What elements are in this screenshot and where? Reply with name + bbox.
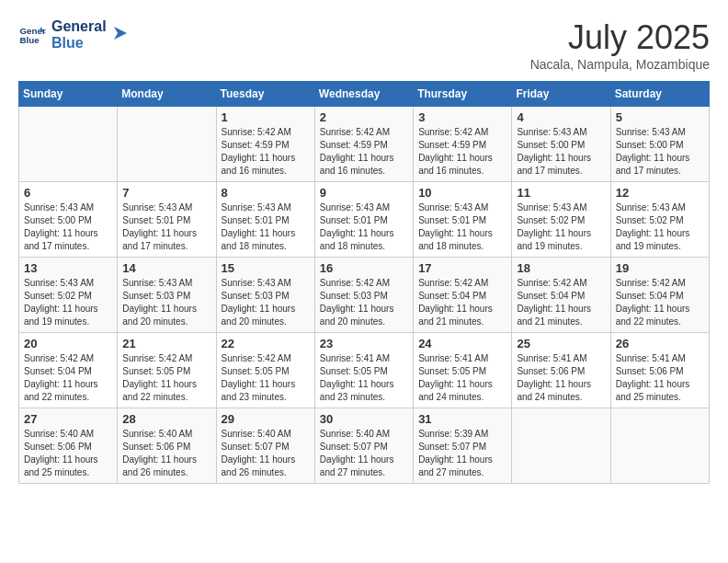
calendar-cell: 1Sunrise: 5:42 AM Sunset: 4:59 PM Daylig… — [216, 107, 314, 182]
day-number: 22 — [222, 337, 310, 350]
svg-marker-3 — [114, 27, 127, 40]
day-info: Sunrise: 5:42 AM Sunset: 5:05 PM Dayligh… — [122, 352, 210, 404]
calendar-cell: 3Sunrise: 5:42 AM Sunset: 4:59 PM Daylig… — [414, 107, 512, 182]
day-info: Sunrise: 5:43 AM Sunset: 5:01 PM Dayligh… — [320, 201, 408, 253]
day-info: Sunrise: 5:42 AM Sunset: 5:04 PM Dayligh… — [418, 277, 506, 328]
logo-general: General — [51, 18, 107, 35]
calendar-cell: 6Sunrise: 5:43 AM Sunset: 5:00 PM Daylig… — [19, 182, 118, 258]
day-number: 15 — [222, 261, 310, 275]
calendar-cell: 27Sunrise: 5:40 AM Sunset: 5:06 PM Dayli… — [19, 408, 118, 484]
calendar-cell: 30Sunrise: 5:40 AM Sunset: 5:07 PM Dayli… — [314, 408, 413, 484]
calendar-cell: 29Sunrise: 5:40 AM Sunset: 5:07 PM Dayli… — [216, 408, 314, 484]
calendar-table: SundayMondayTuesdayWednesdayThursdayFrid… — [18, 81, 710, 484]
day-info: Sunrise: 5:42 AM Sunset: 5:04 PM Dayligh… — [616, 277, 704, 328]
calendar-week-row: 1Sunrise: 5:42 AM Sunset: 4:59 PM Daylig… — [19, 107, 710, 182]
calendar-cell: 8Sunrise: 5:43 AM Sunset: 5:01 PM Daylig… — [216, 182, 314, 258]
weekday-header-tuesday: Tuesday — [216, 82, 314, 107]
day-number: 5 — [616, 110, 704, 124]
weekday-header-saturday: Saturday — [610, 82, 709, 107]
calendar-week-row: 6Sunrise: 5:43 AM Sunset: 5:00 PM Daylig… — [19, 182, 710, 258]
day-info: Sunrise: 5:43 AM Sunset: 5:02 PM Dayligh… — [24, 277, 112, 328]
day-info: Sunrise: 5:40 AM Sunset: 5:07 PM Dayligh… — [320, 428, 408, 479]
day-info: Sunrise: 5:42 AM Sunset: 5:03 PM Dayligh… — [320, 277, 408, 328]
day-info: Sunrise: 5:43 AM Sunset: 5:01 PM Dayligh… — [418, 201, 506, 253]
calendar-cell: 12Sunrise: 5:43 AM Sunset: 5:02 PM Dayli… — [610, 182, 709, 258]
day-info: Sunrise: 5:42 AM Sunset: 4:59 PM Dayligh… — [320, 126, 408, 178]
logo: General Blue General Blue — [18, 18, 129, 51]
day-info: Sunrise: 5:43 AM Sunset: 5:01 PM Dayligh… — [122, 201, 210, 253]
day-number: 30 — [320, 412, 408, 426]
day-number: 3 — [418, 110, 506, 124]
weekday-header-row: SundayMondayTuesdayWednesdayThursdayFrid… — [19, 82, 710, 107]
day-info: Sunrise: 5:41 AM Sunset: 5:06 PM Dayligh… — [517, 352, 605, 404]
day-number: 4 — [517, 110, 605, 124]
day-info: Sunrise: 5:42 AM Sunset: 5:04 PM Dayligh… — [517, 277, 605, 328]
day-number: 12 — [616, 186, 704, 200]
day-info: Sunrise: 5:41 AM Sunset: 5:05 PM Dayligh… — [320, 352, 408, 404]
calendar-cell: 25Sunrise: 5:41 AM Sunset: 5:06 PM Dayli… — [512, 333, 610, 408]
day-info: Sunrise: 5:43 AM Sunset: 5:02 PM Dayligh… — [517, 201, 605, 253]
calendar-cell: 19Sunrise: 5:42 AM Sunset: 5:04 PM Dayli… — [610, 258, 709, 333]
weekday-header-monday: Monday — [118, 82, 216, 107]
day-info: Sunrise: 5:42 AM Sunset: 5:05 PM Dayligh… — [222, 352, 310, 404]
day-number: 7 — [122, 186, 210, 200]
calendar-cell: 2Sunrise: 5:42 AM Sunset: 4:59 PM Daylig… — [314, 107, 413, 182]
day-info: Sunrise: 5:40 AM Sunset: 5:06 PM Dayligh… — [24, 428, 112, 479]
day-number: 31 — [418, 412, 506, 426]
logo-arrow — [108, 23, 129, 43]
calendar-cell: 28Sunrise: 5:40 AM Sunset: 5:06 PM Dayli… — [118, 408, 216, 484]
weekday-header-thursday: Thursday — [414, 82, 512, 107]
title-block: July 2025 Nacala, Nampula, Mozambique — [530, 18, 710, 72]
day-info: Sunrise: 5:41 AM Sunset: 5:05 PM Dayligh… — [418, 352, 506, 404]
day-number: 29 — [222, 412, 310, 426]
day-number: 13 — [24, 261, 112, 275]
page-header: General Blue General Blue July 2025 Naca… — [18, 18, 710, 72]
day-info: Sunrise: 5:42 AM Sunset: 5:04 PM Dayligh… — [24, 352, 112, 404]
calendar-cell: 9Sunrise: 5:43 AM Sunset: 5:01 PM Daylig… — [314, 182, 413, 258]
day-number: 2 — [320, 110, 408, 124]
day-info: Sunrise: 5:43 AM Sunset: 5:00 PM Dayligh… — [616, 126, 704, 178]
day-info: Sunrise: 5:43 AM Sunset: 5:00 PM Dayligh… — [24, 201, 112, 253]
calendar-cell — [512, 408, 610, 484]
day-info: Sunrise: 5:42 AM Sunset: 4:59 PM Dayligh… — [418, 126, 506, 178]
calendar-cell: 31Sunrise: 5:39 AM Sunset: 5:07 PM Dayli… — [414, 408, 512, 484]
svg-text:Blue: Blue — [20, 35, 40, 45]
day-number: 18 — [517, 261, 605, 275]
calendar-cell — [19, 107, 118, 182]
logo-icon: General Blue — [18, 21, 46, 49]
day-info: Sunrise: 5:39 AM Sunset: 5:07 PM Dayligh… — [418, 428, 506, 479]
calendar-cell: 11Sunrise: 5:43 AM Sunset: 5:02 PM Dayli… — [512, 182, 610, 258]
day-info: Sunrise: 5:41 AM Sunset: 5:06 PM Dayligh… — [616, 352, 704, 404]
day-info: Sunrise: 5:43 AM Sunset: 5:01 PM Dayligh… — [222, 201, 310, 253]
calendar-cell: 22Sunrise: 5:42 AM Sunset: 5:05 PM Dayli… — [216, 333, 314, 408]
location-subtitle: Nacala, Nampula, Mozambique — [530, 57, 710, 72]
calendar-cell: 10Sunrise: 5:43 AM Sunset: 5:01 PM Dayli… — [414, 182, 512, 258]
day-info: Sunrise: 5:43 AM Sunset: 5:03 PM Dayligh… — [122, 277, 210, 328]
day-number: 26 — [616, 337, 704, 350]
calendar-week-row: 13Sunrise: 5:43 AM Sunset: 5:02 PM Dayli… — [19, 258, 710, 333]
calendar-cell: 18Sunrise: 5:42 AM Sunset: 5:04 PM Dayli… — [512, 258, 610, 333]
day-info: Sunrise: 5:43 AM Sunset: 5:00 PM Dayligh… — [517, 126, 605, 178]
weekday-header-sunday: Sunday — [19, 82, 118, 107]
day-info: Sunrise: 5:40 AM Sunset: 5:06 PM Dayligh… — [122, 428, 210, 479]
day-number: 11 — [517, 186, 605, 200]
day-number: 19 — [616, 261, 704, 275]
day-number: 25 — [517, 337, 605, 350]
calendar-cell — [118, 107, 216, 182]
month-title: July 2025 — [530, 18, 710, 57]
day-number: 17 — [418, 261, 506, 275]
day-info: Sunrise: 5:43 AM Sunset: 5:02 PM Dayligh… — [616, 201, 704, 253]
calendar-week-row: 20Sunrise: 5:42 AM Sunset: 5:04 PM Dayli… — [19, 333, 710, 408]
day-number: 8 — [222, 186, 310, 200]
logo-blue: Blue — [51, 35, 107, 52]
day-number: 27 — [24, 412, 112, 426]
calendar-cell: 26Sunrise: 5:41 AM Sunset: 5:06 PM Dayli… — [610, 333, 709, 408]
day-number: 6 — [24, 186, 112, 200]
day-info: Sunrise: 5:42 AM Sunset: 4:59 PM Dayligh… — [222, 126, 310, 178]
weekday-header-wednesday: Wednesday — [314, 82, 413, 107]
calendar-cell: 21Sunrise: 5:42 AM Sunset: 5:05 PM Dayli… — [118, 333, 216, 408]
calendar-cell: 14Sunrise: 5:43 AM Sunset: 5:03 PM Dayli… — [118, 258, 216, 333]
day-number: 14 — [122, 261, 210, 275]
day-number: 28 — [122, 412, 210, 426]
calendar-week-row: 27Sunrise: 5:40 AM Sunset: 5:06 PM Dayli… — [19, 408, 710, 484]
